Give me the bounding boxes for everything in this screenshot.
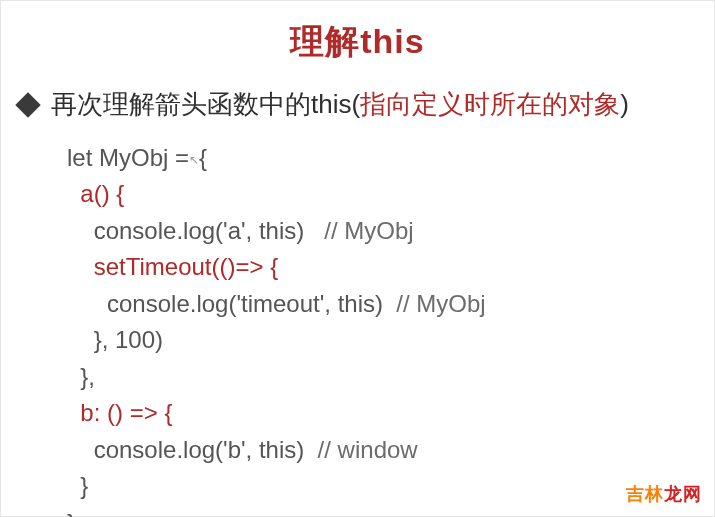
code-line-9b: // window	[318, 436, 418, 463]
code-line-6: }, 100)	[94, 326, 163, 353]
code-line-2: a() {	[80, 180, 124, 207]
code-line-11: }	[67, 509, 75, 517]
code-line-1a: let MyObj =	[67, 144, 189, 171]
code-line-3a: console.log('a', this)	[94, 217, 325, 244]
code-line-3b: // MyObj	[324, 217, 413, 244]
code-line-10: }	[80, 472, 88, 499]
bullet-prefix: 再次理解箭头函数中的this(	[51, 89, 360, 119]
code-line-4: setTimeout(()=> {	[94, 253, 279, 280]
code-line-5b: // MyObj	[396, 290, 485, 317]
code-line-9a: console.log('b', this)	[94, 436, 318, 463]
bullet-suffix: )	[620, 89, 629, 119]
code-block: let MyObj =↖{ a() { console.log('a', thi…	[67, 140, 714, 517]
slide-container: 理解this 再次理解箭头函数中的this(指向定义时所在的对象) let My…	[0, 0, 715, 517]
diamond-bullet-icon	[15, 92, 40, 117]
code-line-7: },	[80, 363, 95, 390]
bullet-row: 再次理解箭头函数中的this(指向定义时所在的对象)	[19, 87, 714, 122]
bullet-highlight: 指向定义时所在的对象	[360, 89, 620, 119]
cursor-icon: ↖	[189, 151, 199, 169]
code-line-1b: {	[199, 144, 207, 171]
watermark-part2: 龙网	[664, 484, 702, 504]
slide-title: 理解this	[1, 19, 714, 65]
bullet-text: 再次理解箭头函数中的this(指向定义时所在的对象)	[51, 87, 629, 122]
code-line-8: b: () => {	[80, 399, 172, 426]
watermark: 吉林龙网	[626, 482, 702, 506]
code-line-5a: console.log('timeout', this)	[107, 290, 396, 317]
watermark-part1: 吉林	[626, 484, 664, 504]
